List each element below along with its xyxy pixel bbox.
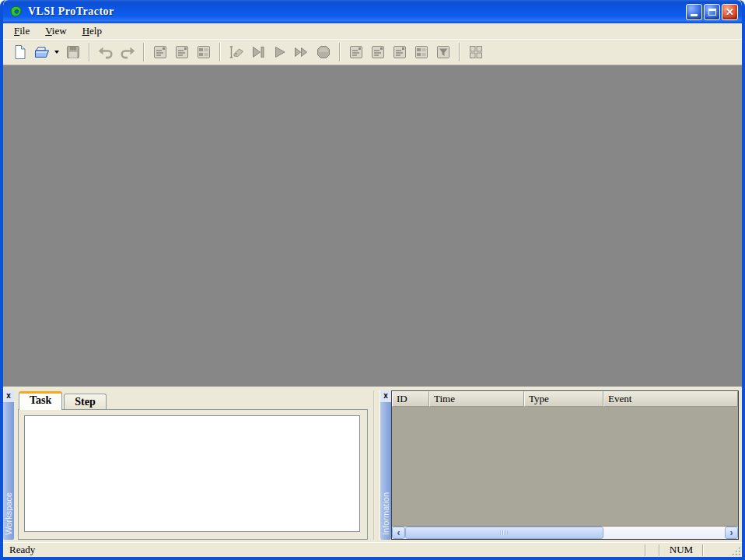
id-table-icon <box>413 44 430 61</box>
event-table: ID Time Type Event ‹ › <box>391 390 739 540</box>
status-message: Ready <box>9 544 645 556</box>
fast-run-icon <box>293 44 310 61</box>
minimize-button[interactable] <box>686 4 702 20</box>
id-table-button[interactable] <box>411 41 432 63</box>
step-grid-button[interactable] <box>193 41 215 63</box>
event-list-3-button[interactable] <box>389 41 411 63</box>
information-caption-strip: x Information <box>380 390 391 540</box>
event-list-2-button[interactable] <box>367 41 389 63</box>
pane-splitter[interactable] <box>373 390 380 540</box>
maximize-button[interactable] <box>704 4 720 20</box>
maximize-icon <box>708 9 716 16</box>
workspace-tab-row: Task Step <box>18 390 373 409</box>
menu-file[interactable]: File <box>6 24 37 39</box>
scroll-right-button[interactable]: › <box>725 527 738 539</box>
app-logo-icon <box>9 4 24 19</box>
record-tag-icon <box>228 44 245 61</box>
task-list-icon <box>152 44 169 61</box>
information-caption-body: Information <box>380 402 391 540</box>
column-header-id[interactable]: ID <box>392 391 429 407</box>
task-list-box[interactable] <box>24 415 360 532</box>
filter-button[interactable] <box>432 41 454 63</box>
redo-button[interactable] <box>117 41 138 63</box>
task-tab-page <box>18 409 368 540</box>
step-forward-icon <box>250 44 267 61</box>
undo-icon <box>97 44 114 61</box>
toolbar-separator <box>339 43 341 61</box>
open-file-dropdown[interactable] <box>53 41 61 63</box>
stop-button[interactable] <box>313 41 334 63</box>
app-window: VLSI ProTractor ✕ File View Help <box>0 0 745 560</box>
workspace-close-button[interactable]: x <box>3 390 14 402</box>
status-divider <box>645 544 646 556</box>
toolbar-separator <box>89 43 90 61</box>
new-document-icon <box>12 44 29 61</box>
task-list-button[interactable] <box>149 41 171 63</box>
workspace-caption-label: Workspace <box>3 489 14 540</box>
open-file-icon <box>33 44 51 61</box>
event-list-icon <box>369 44 386 61</box>
information-content: ID Time Type Event ‹ › <box>391 390 740 540</box>
minimize-icon <box>691 14 698 16</box>
resize-grip[interactable] <box>730 545 742 557</box>
column-header-time[interactable]: Time <box>429 391 524 407</box>
workspace-caption-body: Workspace <box>3 402 14 540</box>
time-list-icon <box>173 44 191 61</box>
record-tag-button[interactable] <box>226 41 247 63</box>
information-pane: x Information ID Time Type Event ‹ <box>380 390 740 540</box>
column-header-event[interactable]: Event <box>603 391 738 407</box>
event-table-header: ID Time Type Event <box>392 391 738 407</box>
save-icon <box>65 44 82 61</box>
redo-icon <box>119 44 136 61</box>
bottom-dock: x Workspace Task Step x Info <box>3 387 742 542</box>
column-header-type[interactable]: Type <box>524 391 603 407</box>
filter-icon <box>435 44 452 61</box>
title-bar: VLSI ProTractor ✕ <box>3 0 742 23</box>
time-list-button[interactable] <box>171 41 193 63</box>
tile-windows-icon <box>467 44 484 61</box>
toolbar-separator <box>143 43 145 61</box>
event-list-icon <box>391 44 408 61</box>
stop-icon <box>315 44 332 61</box>
tab-step[interactable]: Step <box>64 394 106 410</box>
workspace-content: Task Step <box>14 390 373 540</box>
run-icon <box>271 44 289 61</box>
window-title: VLSI ProTractor <box>28 5 684 18</box>
workspace-caption-strip: x Workspace <box>3 390 14 540</box>
workspace-pane: x Workspace Task Step <box>3 390 373 540</box>
toolbar-separator <box>219 43 221 61</box>
new-document-button[interactable] <box>9 41 31 63</box>
status-divider <box>702 544 704 556</box>
status-bar: Ready NUM <box>3 542 742 557</box>
toolbar <box>3 39 742 65</box>
horizontal-scrollbar: ‹ › <box>392 526 738 539</box>
scroll-track[interactable] <box>405 527 725 539</box>
open-file-button[interactable] <box>31 41 53 63</box>
information-close-button[interactable]: x <box>380 390 391 402</box>
event-list-1-button[interactable] <box>345 41 367 63</box>
run-button[interactable] <box>269 41 291 63</box>
chevron-down-icon <box>54 51 59 54</box>
save-button[interactable] <box>62 41 84 63</box>
scroll-thumb[interactable] <box>405 527 603 539</box>
tab-task[interactable]: Task <box>19 391 62 410</box>
close-button[interactable]: ✕ <box>722 4 738 20</box>
status-num-indicator: NUM <box>660 544 702 556</box>
step-grid-icon <box>195 44 212 61</box>
tile-windows-button[interactable] <box>465 41 487 63</box>
fast-run-button[interactable] <box>291 41 313 63</box>
toolbar-separator <box>459 43 460 61</box>
menu-bar: File View Help <box>3 23 742 39</box>
event-table-body[interactable] <box>392 407 738 526</box>
undo-button[interactable] <box>95 41 117 63</box>
information-caption-label: Information <box>380 489 391 540</box>
menu-view[interactable]: View <box>37 24 74 39</box>
menu-help[interactable]: Help <box>75 24 110 39</box>
scroll-left-button[interactable]: ‹ <box>392 527 405 539</box>
client-area <box>3 65 742 387</box>
close-icon: ✕ <box>726 7 734 17</box>
event-list-icon <box>348 44 365 61</box>
step-forward-button[interactable] <box>247 41 269 63</box>
